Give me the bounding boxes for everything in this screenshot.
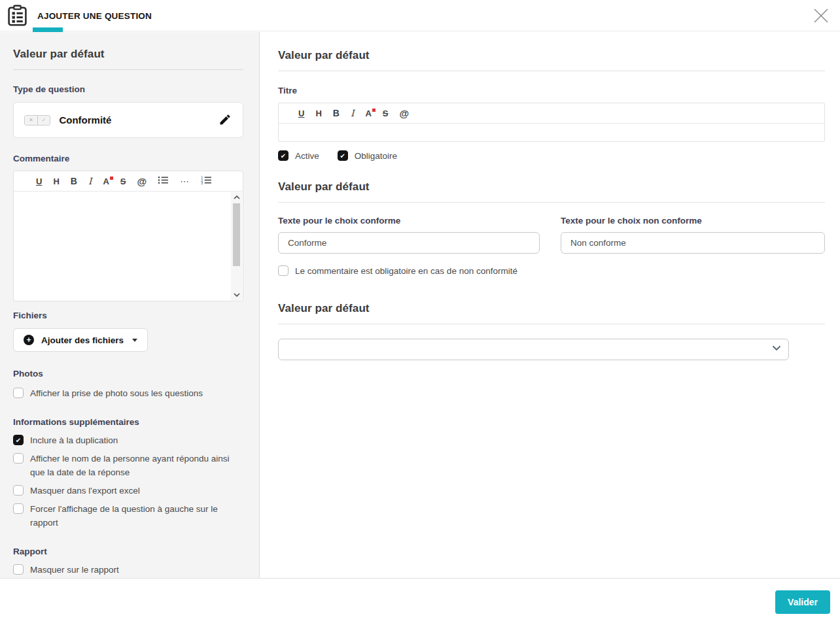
- heading-button[interactable]: H: [53, 177, 59, 186]
- strikethrough-button[interactable]: S: [120, 177, 126, 186]
- svg-text:3: 3: [201, 181, 203, 184]
- edit-question-type-button[interactable]: [218, 113, 232, 127]
- comment-editor-toolbar: U H B I A S @ ⋯ 1: [14, 171, 243, 192]
- italic-button[interactable]: I: [351, 109, 355, 118]
- comment-textarea[interactable]: [14, 192, 243, 301]
- obligatoire-row: Obligatoire: [338, 149, 397, 163]
- heading-button[interactable]: H: [315, 109, 321, 118]
- mention-button[interactable]: @: [137, 177, 147, 186]
- mention-icon: @: [137, 177, 147, 186]
- comment-required-row: Le commentaire est obligatoire en cas de…: [278, 264, 825, 278]
- scroll-down-icon[interactable]: [231, 290, 242, 300]
- photo-under-questions-row: Afficher la prise de photo sous les ques…: [13, 386, 243, 400]
- question-settings-sidebar: Valeur par défaut Type de question ✕ ✓ C…: [0, 32, 260, 578]
- active-checkbox[interactable]: [278, 150, 289, 161]
- titre-editor: U H B I A S @: [278, 103, 825, 142]
- question-type-value: Conformité: [59, 114, 111, 126]
- divider: [278, 71, 825, 71]
- dialog-footer: Valider: [0, 578, 840, 625]
- bullet-list-button[interactable]: [158, 176, 169, 186]
- font-color-button[interactable]: A: [103, 177, 109, 186]
- font-color-button[interactable]: A: [365, 109, 371, 118]
- checkbox-label[interactable]: Le commentaire est obligatoire en cas de…: [295, 264, 517, 278]
- close-button[interactable]: [811, 6, 831, 25]
- underline-button[interactable]: U: [36, 177, 42, 186]
- titre-label: Titre: [278, 86, 825, 95]
- non-conforme-input[interactable]: [561, 232, 825, 254]
- active-row: Active: [278, 149, 319, 163]
- report-label: Rapport: [13, 547, 243, 556]
- underline-icon: U: [298, 109, 304, 118]
- font-color-icon: A: [365, 109, 371, 118]
- hide-on-report-checkbox[interactable]: [13, 564, 24, 575]
- close-icon: [811, 18, 831, 27]
- files-label: Fichiers: [13, 311, 243, 320]
- comment-scrollbar[interactable]: [231, 192, 242, 300]
- section2-title: Valeur par défaut: [278, 180, 825, 194]
- bold-icon: B: [333, 109, 340, 118]
- checkbox-label[interactable]: Active: [295, 149, 319, 163]
- checkbox-label[interactable]: Afficher le nom de la personne ayant rép…: [30, 452, 243, 479]
- force-left-question-row: Forcer l'affichage de la question à gauc…: [13, 502, 243, 530]
- obligatoire-checkbox[interactable]: [338, 150, 348, 161]
- more-button[interactable]: ⋯: [180, 177, 190, 186]
- include-duplication-checkbox[interactable]: [13, 435, 24, 445]
- checkbox-label[interactable]: Forcer l'affichage de la question à gauc…: [30, 502, 243, 530]
- more-icon: ⋯: [180, 177, 190, 186]
- mention-button[interactable]: @: [400, 109, 410, 118]
- mention-icon: @: [400, 109, 410, 118]
- dialog-title: AJOUTER UNE QUESTION: [37, 0, 152, 31]
- conforme-input[interactable]: [278, 232, 540, 254]
- underline-button[interactable]: U: [298, 109, 304, 118]
- cross-icon: ✕: [25, 116, 37, 125]
- strikethrough-icon: S: [120, 177, 126, 186]
- strikethrough-button[interactable]: S: [383, 109, 389, 118]
- pencil-icon: [219, 118, 232, 128]
- force-left-question-checkbox[interactable]: [13, 503, 24, 514]
- question-main-panel: Valeur par défaut Titre U H B I A S @ Ac…: [260, 32, 840, 578]
- sidebar-section-title: Valeur par défaut: [13, 48, 243, 61]
- scroll-up-icon[interactable]: [231, 192, 242, 203]
- hide-excel-export-checkbox[interactable]: [13, 485, 24, 496]
- default-value-select[interactable]: [278, 339, 789, 360]
- hide-excel-export-row: Masquer dans l'export excel: [13, 484, 243, 498]
- add-files-label: Ajouter des fichiers: [41, 335, 124, 345]
- ordered-list-button[interactable]: 1 2 3: [201, 176, 212, 186]
- section1-title: Valeur par défaut: [278, 49, 825, 62]
- valider-button[interactable]: Valider: [775, 590, 830, 614]
- show-responder-checkbox[interactable]: [13, 453, 24, 464]
- caret-down-icon: [132, 339, 137, 342]
- photo-under-questions-checkbox[interactable]: [13, 388, 24, 398]
- checkbox-label[interactable]: Obligatoire: [355, 149, 397, 163]
- divider: [278, 324, 825, 324]
- bold-button[interactable]: B: [333, 109, 340, 118]
- bold-icon: B: [71, 177, 77, 186]
- add-files-button[interactable]: + Ajouter des fichiers: [13, 328, 148, 352]
- bullet-list-icon: [158, 176, 169, 186]
- active-tab-indicator: [33, 27, 63, 32]
- checkbox-label[interactable]: Masquer dans l'export excel: [30, 484, 140, 498]
- italic-button[interactable]: I: [88, 177, 92, 186]
- titre-input[interactable]: [279, 124, 824, 141]
- show-responder-row: Afficher le nom de la personne ayant rép…: [13, 452, 243, 479]
- plus-circle-icon: +: [24, 335, 34, 345]
- photos-label: Photos: [13, 369, 243, 379]
- clipboard-list-icon: [7, 5, 27, 27]
- bold-button[interactable]: B: [71, 177, 77, 186]
- comment-required-checkbox[interactable]: [278, 265, 289, 276]
- heading-icon: H: [53, 177, 59, 186]
- font-color-icon: A: [103, 177, 109, 186]
- underline-icon: U: [36, 177, 42, 186]
- checkbox-label[interactable]: Afficher la prise de photo sous les ques…: [30, 386, 203, 400]
- italic-icon: I: [88, 177, 92, 186]
- comment-editor: U H B I A S @ ⋯ 1: [13, 171, 243, 301]
- non-conforme-label: Texte pour le choix non conforme: [561, 216, 825, 226]
- checkbox-label[interactable]: Inclure à la duplication: [30, 433, 118, 447]
- italic-icon: I: [351, 109, 355, 118]
- ordered-list-icon: 1 2 3: [201, 176, 212, 186]
- checkbox-label[interactable]: Masquer sur le rapport: [30, 563, 119, 577]
- titre-editor-toolbar: U H B I A S @: [279, 103, 824, 124]
- scrollbar-thumb[interactable]: [233, 203, 240, 266]
- include-duplication-row: Inclure à la duplication: [13, 433, 243, 447]
- question-type-card[interactable]: ✕ ✓ Conformité: [13, 102, 243, 138]
